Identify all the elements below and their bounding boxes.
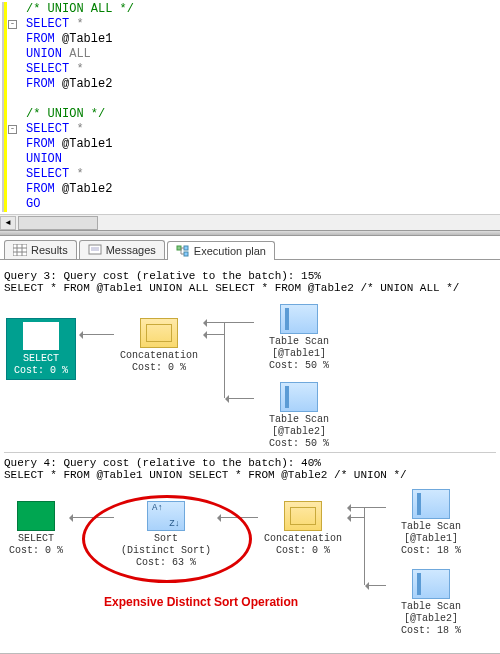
op-label: Table Scan <box>386 521 476 533</box>
op-sub: [@Table1] <box>254 348 344 360</box>
table-scan-icon <box>280 304 318 334</box>
tab-messages[interactable]: Messages <box>79 240 165 259</box>
op-table-scan-2[interactable]: Table Scan [@Table2] Cost: 18 % <box>386 569 476 637</box>
op-label: Concatenation <box>114 350 204 362</box>
op-concatenation[interactable]: Concatenation Cost: 0 % <box>258 501 348 557</box>
op-table-scan-1[interactable]: Table Scan [@Table1] Cost: 18 % <box>386 489 476 557</box>
op-sub: [@Table1] <box>386 533 476 545</box>
connector <box>204 334 224 335</box>
connector <box>80 334 114 335</box>
op-label: Table Scan <box>254 414 344 426</box>
annotation-text: Expensive Distinct Sort Operation <box>104 595 298 609</box>
tab-label: Results <box>31 244 68 256</box>
op-cost: Cost: 50 % <box>254 438 344 450</box>
query-sql-text: SELECT * FROM @Table1 UNION SELECT * FRO… <box>4 469 496 481</box>
tab-execution-plan[interactable]: Execution plan <box>167 241 275 260</box>
scroll-left-icon[interactable]: ◄ <box>0 216 16 230</box>
op-sub: [@Table2] <box>254 426 344 438</box>
query4-header: Query 4: Query cost (relative to the bat… <box>4 457 496 481</box>
connector <box>226 398 254 399</box>
connector <box>224 322 225 398</box>
connector <box>348 507 386 508</box>
svg-rect-9 <box>184 246 188 250</box>
query3-diagram: SELECT Cost: 0 % Concatenation Cost: 0 %… <box>4 300 496 450</box>
table-scan-icon <box>412 489 450 519</box>
op-label: Table Scan <box>254 336 344 348</box>
table-scan-icon <box>412 569 450 599</box>
query3-header: Query 3: Query cost (relative to the bat… <box>4 270 496 294</box>
op-cost: Cost: 18 % <box>386 625 476 637</box>
editor-scrollbar[interactable]: ◄ <box>0 214 500 230</box>
tab-results[interactable]: Results <box>4 240 77 259</box>
divider <box>4 452 496 453</box>
concatenation-icon <box>284 501 322 531</box>
op-label: Table Scan <box>386 601 476 613</box>
connector <box>364 507 365 585</box>
svg-rect-10 <box>184 252 188 256</box>
query-sql-text: SELECT * FROM @Table1 UNION ALL SELECT *… <box>4 282 496 294</box>
connector <box>204 322 254 323</box>
op-cost: Cost: 0 % <box>258 545 348 557</box>
op-select[interactable]: SELECT Cost: 0 % <box>6 318 76 380</box>
message-icon <box>88 244 102 256</box>
highlight-ellipse <box>82 495 252 583</box>
scroll-thumb[interactable] <box>18 216 98 230</box>
svg-rect-0 <box>13 244 27 256</box>
query-cost-text: Query 4: Query cost (relative to the bat… <box>4 457 496 469</box>
results-tabbar: Results Messages Execution plan <box>0 236 500 260</box>
op-table-scan-2[interactable]: Table Scan [@Table2] Cost: 50 % <box>254 382 344 450</box>
tab-label: Messages <box>106 244 156 256</box>
op-cost: Cost: 0 % <box>9 365 73 377</box>
select-icon <box>22 321 60 351</box>
op-cost: Cost: 18 % <box>386 545 476 557</box>
query4-diagram: SELECT Cost: 0 % Sort (Distinct Sort) Co… <box>4 487 496 647</box>
op-label: Concatenation <box>258 533 348 545</box>
op-select[interactable]: SELECT Cost: 0 % <box>4 501 68 557</box>
op-cost: Cost: 0 % <box>114 362 204 374</box>
select-icon <box>17 501 55 531</box>
sql-editor[interactable]: /* UNION ALL */-SELECT *FROM @Table1UNIO… <box>0 0 500 214</box>
op-sub: [@Table2] <box>386 613 476 625</box>
op-table-scan-1[interactable]: Table Scan [@Table1] Cost: 50 % <box>254 304 344 372</box>
plan-icon <box>176 245 190 257</box>
op-cost: Cost: 0 % <box>4 545 68 557</box>
table-scan-icon <box>280 382 318 412</box>
concatenation-icon <box>140 318 178 348</box>
connector <box>348 517 364 518</box>
svg-rect-8 <box>177 246 181 250</box>
connector <box>366 585 386 586</box>
op-label: SELECT <box>4 533 68 545</box>
execution-plan-pane[interactable]: Query 3: Query cost (relative to the bat… <box>0 260 500 653</box>
op-concatenation[interactable]: Concatenation Cost: 0 % <box>114 318 204 374</box>
op-cost: Cost: 50 % <box>254 360 344 372</box>
grid-icon <box>13 244 27 256</box>
query-cost-text: Query 3: Query cost (relative to the bat… <box>4 270 496 282</box>
tab-label: Execution plan <box>194 245 266 257</box>
op-label: SELECT <box>9 353 73 365</box>
